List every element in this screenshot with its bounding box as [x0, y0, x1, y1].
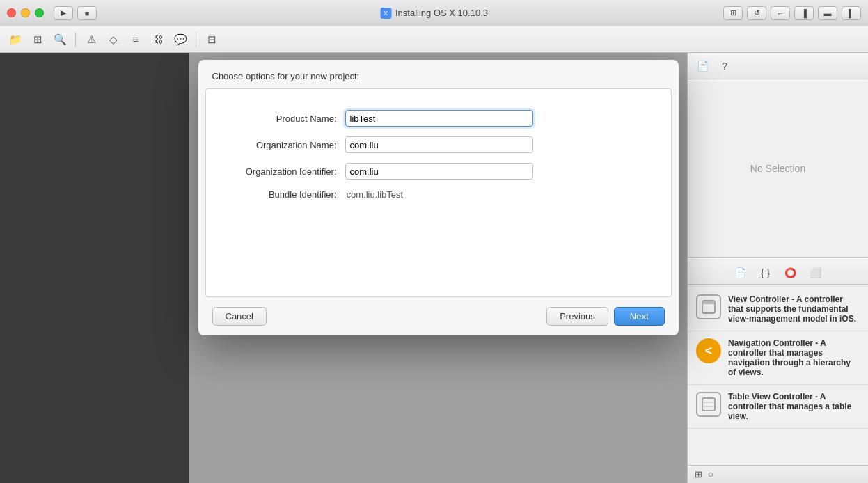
- modal-dialog: Choose options for your new project: Pro…: [198, 60, 679, 335]
- shape-icon[interactable]: ◇: [105, 31, 122, 48]
- table-icon[interactable]: ⊟: [203, 31, 220, 48]
- product-name-input[interactable]: [345, 110, 533, 127]
- folder-icon[interactable]: 📁: [7, 31, 24, 48]
- right-sidebar-top: 📄 ?: [688, 53, 868, 79]
- org-name-label: Organization Name:: [220, 140, 345, 150]
- grid-bottom-icon[interactable]: ⊞: [695, 469, 702, 480]
- traffic-lights: [7, 8, 44, 17]
- rs-items: View Controller - A controller that supp…: [688, 287, 868, 465]
- svg-rect-1: [702, 301, 715, 304]
- maximize-button[interactable]: [35, 8, 44, 17]
- nav-icon: <: [696, 338, 721, 363]
- product-name-label: Product Name:: [220, 113, 345, 124]
- no-selection-area: No Selection: [688, 79, 868, 257]
- panel-right-button[interactable]: ▌: [842, 6, 861, 20]
- org-id-label: Organization Identifier:: [220, 166, 345, 177]
- cancel-button[interactable]: Cancel: [212, 307, 267, 326]
- modal-header: Choose options for your new project:: [198, 60, 679, 88]
- previous-button[interactable]: Previous: [546, 307, 608, 326]
- vc-icon: [696, 294, 721, 319]
- bottom-bar: ⊞ ○: [688, 465, 868, 483]
- org-name-group: Organization Name:: [220, 136, 657, 153]
- bundle-id-group: Bundle Identifier: com.liu.libTest: [220, 189, 657, 200]
- rs-bottom-tabs: 📄 { } ⭕ ⬜: [688, 257, 868, 287]
- toolbar: 📁 ⊞ 🔍 ⚠ ◇ ≡ ⛓ 💬 ⊟: [0, 26, 868, 53]
- stop-button[interactable]: ■: [77, 6, 97, 20]
- play-button[interactable]: ▶: [54, 6, 73, 20]
- panel-left-button[interactable]: ▐: [794, 6, 814, 20]
- panel-center-button[interactable]: ▬: [818, 6, 837, 20]
- titlebar-controls: ▶ ■: [54, 6, 97, 20]
- svg-rect-2: [702, 398, 715, 411]
- tab-file-icon[interactable]: 📄: [732, 264, 749, 281]
- product-name-group: Product Name:: [220, 110, 657, 127]
- org-name-input[interactable]: [345, 136, 533, 153]
- rs-tab-icons: 📄 { } ⭕ ⬜: [688, 262, 868, 285]
- bundle-id-label: Bundle Identifier:: [220, 189, 345, 200]
- grid-icon[interactable]: ⊞: [29, 31, 46, 48]
- right-sidebar: 📄 ? No Selection 📄 { } ⭕ ⬜: [687, 53, 868, 483]
- main-layout: Choose options for your new project: Pro…: [0, 53, 868, 483]
- circle-bottom-icon[interactable]: ○: [708, 469, 713, 480]
- search-icon[interactable]: 🔍: [52, 31, 68, 48]
- no-selection-text: No Selection: [750, 163, 805, 174]
- vc-text: View Controller - A controller that supp…: [728, 294, 860, 324]
- list-item[interactable]: Table View Controller - A controller tha…: [688, 385, 868, 429]
- toolbar-divider-2: [196, 33, 196, 47]
- link-icon[interactable]: ⛓: [150, 31, 166, 48]
- list-icon[interactable]: ≡: [127, 31, 144, 48]
- tv-icon: [696, 392, 721, 417]
- modal-body: Product Name: Organization Name: Organiz…: [205, 88, 672, 297]
- close-button[interactable]: [7, 8, 16, 17]
- modal-overlay: Choose options for your new project: Pro…: [189, 53, 687, 483]
- rs-top-icons: 📄 ?: [695, 58, 732, 74]
- org-id-input[interactable]: [345, 163, 533, 180]
- modal-footer: Cancel Previous Next: [198, 297, 679, 335]
- grid-view-button[interactable]: ⊞: [723, 6, 743, 20]
- nav-buttons: Previous Next: [546, 307, 664, 326]
- speech-icon[interactable]: 💬: [172, 31, 189, 48]
- window-title: Installing OS X 10.10.3: [395, 8, 488, 18]
- org-id-group: Organization Identifier:: [220, 163, 657, 180]
- warning-icon[interactable]: ⚠: [83, 31, 100, 48]
- tv-text: Table View Controller - A controller tha…: [728, 392, 860, 421]
- modal-title: Choose options for your new project:: [212, 71, 360, 81]
- titlebar: ▶ ■ X Installing OS X 10.10.3 ⊞ ↺ ← ▐ ▬ …: [0, 0, 868, 26]
- nav-text: Navigation Controller - A controller tha…: [728, 338, 860, 377]
- next-button[interactable]: Next: [614, 307, 665, 326]
- bottom-icons: ⊞ ○: [695, 469, 713, 480]
- toolbar-divider-1: [75, 33, 76, 47]
- titlebar-right: ⊞ ↺ ← ▐ ▬ ▌: [723, 6, 861, 20]
- app-icon: X: [380, 8, 391, 19]
- titlebar-center: X Installing OS X 10.10.3: [380, 8, 488, 19]
- file-icon[interactable]: 📄: [695, 58, 710, 74]
- refresh-button[interactable]: ↺: [747, 6, 766, 20]
- bundle-id-value: com.liu.libTest: [345, 189, 404, 200]
- tab-circle-icon[interactable]: ⭕: [782, 264, 799, 281]
- tab-square-icon[interactable]: ⬜: [807, 264, 824, 281]
- help-icon[interactable]: ?: [717, 58, 732, 74]
- minimize-button[interactable]: [21, 8, 30, 17]
- center-content: Choose options for your new project: Pro…: [189, 53, 687, 483]
- tab-code-icon[interactable]: { }: [757, 264, 774, 281]
- back-button[interactable]: ←: [771, 6, 790, 20]
- list-item[interactable]: < Navigation Controller - A controller t…: [688, 331, 868, 385]
- left-sidebar: [0, 53, 189, 483]
- list-item[interactable]: View Controller - A controller that supp…: [688, 287, 868, 331]
